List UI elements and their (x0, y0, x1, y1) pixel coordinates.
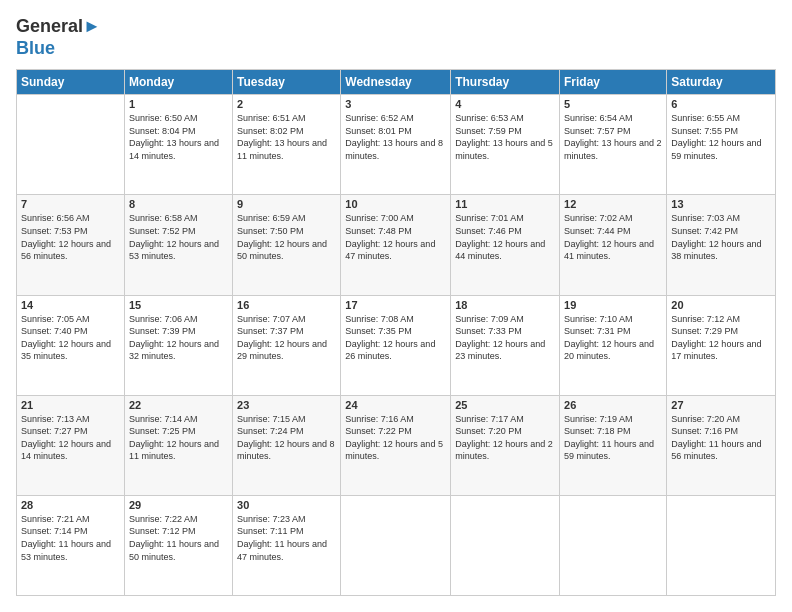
day-info: Sunrise: 7:05 AMSunset: 7:40 PMDaylight:… (21, 313, 120, 363)
calendar-cell: 25Sunrise: 7:17 AMSunset: 7:20 PMDayligh… (451, 395, 560, 495)
calendar-cell: 4Sunrise: 6:53 AMSunset: 7:59 PMDaylight… (451, 95, 560, 195)
calendar-week-row: 14Sunrise: 7:05 AMSunset: 7:40 PMDayligh… (17, 295, 776, 395)
day-number: 17 (345, 299, 446, 311)
calendar-cell: 20Sunrise: 7:12 AMSunset: 7:29 PMDayligh… (667, 295, 776, 395)
day-info: Sunrise: 7:02 AMSunset: 7:44 PMDaylight:… (564, 212, 662, 262)
logo-blue: Blue (16, 38, 55, 60)
calendar-cell: 14Sunrise: 7:05 AMSunset: 7:40 PMDayligh… (17, 295, 125, 395)
calendar-week-row: 7Sunrise: 6:56 AMSunset: 7:53 PMDaylight… (17, 195, 776, 295)
day-number: 27 (671, 399, 771, 411)
calendar-container: General► Blue SundayMondayTuesdayWednesd… (0, 0, 792, 612)
calendar-cell: 21Sunrise: 7:13 AMSunset: 7:27 PMDayligh… (17, 395, 125, 495)
day-info: Sunrise: 7:00 AMSunset: 7:48 PMDaylight:… (345, 212, 446, 262)
weekday-header: Thursday (451, 70, 560, 95)
calendar-cell: 27Sunrise: 7:20 AMSunset: 7:16 PMDayligh… (667, 395, 776, 495)
day-number: 8 (129, 198, 228, 210)
day-info: Sunrise: 6:51 AMSunset: 8:02 PMDaylight:… (237, 112, 336, 162)
day-number: 19 (564, 299, 662, 311)
calendar-cell: 2Sunrise: 6:51 AMSunset: 8:02 PMDaylight… (233, 95, 341, 195)
day-number: 7 (21, 198, 120, 210)
day-info: Sunrise: 6:52 AMSunset: 8:01 PMDaylight:… (345, 112, 446, 162)
day-info: Sunrise: 7:16 AMSunset: 7:22 PMDaylight:… (345, 413, 446, 463)
day-number: 23 (237, 399, 336, 411)
calendar-cell: 7Sunrise: 6:56 AMSunset: 7:53 PMDaylight… (17, 195, 125, 295)
day-number: 24 (345, 399, 446, 411)
day-info: Sunrise: 6:56 AMSunset: 7:53 PMDaylight:… (21, 212, 120, 262)
day-number: 16 (237, 299, 336, 311)
day-number: 13 (671, 198, 771, 210)
calendar-cell (341, 495, 451, 595)
calendar-cell: 28Sunrise: 7:21 AMSunset: 7:14 PMDayligh… (17, 495, 125, 595)
header: General► Blue (16, 16, 776, 59)
calendar-cell: 16Sunrise: 7:07 AMSunset: 7:37 PMDayligh… (233, 295, 341, 395)
calendar-cell (560, 495, 667, 595)
calendar-cell: 22Sunrise: 7:14 AMSunset: 7:25 PMDayligh… (124, 395, 232, 495)
day-number: 25 (455, 399, 555, 411)
calendar-cell: 12Sunrise: 7:02 AMSunset: 7:44 PMDayligh… (560, 195, 667, 295)
calendar-table: SundayMondayTuesdayWednesdayThursdayFrid… (16, 69, 776, 596)
day-number: 20 (671, 299, 771, 311)
calendar-cell: 29Sunrise: 7:22 AMSunset: 7:12 PMDayligh… (124, 495, 232, 595)
day-info: Sunrise: 7:01 AMSunset: 7:46 PMDaylight:… (455, 212, 555, 262)
day-info: Sunrise: 6:50 AMSunset: 8:04 PMDaylight:… (129, 112, 228, 162)
calendar-cell: 18Sunrise: 7:09 AMSunset: 7:33 PMDayligh… (451, 295, 560, 395)
weekday-header: Wednesday (341, 70, 451, 95)
calendar-week-row: 21Sunrise: 7:13 AMSunset: 7:27 PMDayligh… (17, 395, 776, 495)
day-info: Sunrise: 7:19 AMSunset: 7:18 PMDaylight:… (564, 413, 662, 463)
day-info: Sunrise: 7:23 AMSunset: 7:11 PMDaylight:… (237, 513, 336, 563)
calendar-cell (17, 95, 125, 195)
calendar-cell: 3Sunrise: 6:52 AMSunset: 8:01 PMDaylight… (341, 95, 451, 195)
logo: General► Blue (16, 16, 101, 59)
day-number: 26 (564, 399, 662, 411)
calendar-cell: 6Sunrise: 6:55 AMSunset: 7:55 PMDaylight… (667, 95, 776, 195)
logo-text-block: General► Blue (16, 16, 101, 59)
calendar-cell (451, 495, 560, 595)
day-number: 30 (237, 499, 336, 511)
weekday-header: Tuesday (233, 70, 341, 95)
day-number: 11 (455, 198, 555, 210)
calendar-cell: 15Sunrise: 7:06 AMSunset: 7:39 PMDayligh… (124, 295, 232, 395)
day-info: Sunrise: 6:59 AMSunset: 7:50 PMDaylight:… (237, 212, 336, 262)
day-info: Sunrise: 7:15 AMSunset: 7:24 PMDaylight:… (237, 413, 336, 463)
day-info: Sunrise: 7:09 AMSunset: 7:33 PMDaylight:… (455, 313, 555, 363)
day-info: Sunrise: 7:13 AMSunset: 7:27 PMDaylight:… (21, 413, 120, 463)
day-info: Sunrise: 7:17 AMSunset: 7:20 PMDaylight:… (455, 413, 555, 463)
calendar-cell: 30Sunrise: 7:23 AMSunset: 7:11 PMDayligh… (233, 495, 341, 595)
weekday-header: Friday (560, 70, 667, 95)
calendar-cell: 5Sunrise: 6:54 AMSunset: 7:57 PMDaylight… (560, 95, 667, 195)
day-number: 5 (564, 98, 662, 110)
day-number: 14 (21, 299, 120, 311)
weekday-header: Saturday (667, 70, 776, 95)
calendar-week-row: 28Sunrise: 7:21 AMSunset: 7:14 PMDayligh… (17, 495, 776, 595)
day-number: 10 (345, 198, 446, 210)
day-info: Sunrise: 7:21 AMSunset: 7:14 PMDaylight:… (21, 513, 120, 563)
calendar-cell: 9Sunrise: 6:59 AMSunset: 7:50 PMDaylight… (233, 195, 341, 295)
day-number: 29 (129, 499, 228, 511)
calendar-cell: 23Sunrise: 7:15 AMSunset: 7:24 PMDayligh… (233, 395, 341, 495)
day-number: 6 (671, 98, 771, 110)
calendar-cell: 8Sunrise: 6:58 AMSunset: 7:52 PMDaylight… (124, 195, 232, 295)
weekday-header: Sunday (17, 70, 125, 95)
day-info: Sunrise: 6:53 AMSunset: 7:59 PMDaylight:… (455, 112, 555, 162)
day-number: 4 (455, 98, 555, 110)
day-info: Sunrise: 6:54 AMSunset: 7:57 PMDaylight:… (564, 112, 662, 162)
day-number: 15 (129, 299, 228, 311)
day-number: 1 (129, 98, 228, 110)
day-number: 9 (237, 198, 336, 210)
day-info: Sunrise: 7:14 AMSunset: 7:25 PMDaylight:… (129, 413, 228, 463)
day-info: Sunrise: 7:06 AMSunset: 7:39 PMDaylight:… (129, 313, 228, 363)
calendar-cell: 13Sunrise: 7:03 AMSunset: 7:42 PMDayligh… (667, 195, 776, 295)
day-info: Sunrise: 7:22 AMSunset: 7:12 PMDaylight:… (129, 513, 228, 563)
day-number: 3 (345, 98, 446, 110)
day-info: Sunrise: 6:58 AMSunset: 7:52 PMDaylight:… (129, 212, 228, 262)
day-info: Sunrise: 7:10 AMSunset: 7:31 PMDaylight:… (564, 313, 662, 363)
calendar-cell: 17Sunrise: 7:08 AMSunset: 7:35 PMDayligh… (341, 295, 451, 395)
calendar-week-row: 1Sunrise: 6:50 AMSunset: 8:04 PMDaylight… (17, 95, 776, 195)
day-number: 28 (21, 499, 120, 511)
day-info: Sunrise: 7:20 AMSunset: 7:16 PMDaylight:… (671, 413, 771, 463)
day-info: Sunrise: 7:08 AMSunset: 7:35 PMDaylight:… (345, 313, 446, 363)
logo-general: General► (16, 16, 101, 38)
calendar-cell: 19Sunrise: 7:10 AMSunset: 7:31 PMDayligh… (560, 295, 667, 395)
day-info: Sunrise: 7:07 AMSunset: 7:37 PMDaylight:… (237, 313, 336, 363)
calendar-cell: 1Sunrise: 6:50 AMSunset: 8:04 PMDaylight… (124, 95, 232, 195)
